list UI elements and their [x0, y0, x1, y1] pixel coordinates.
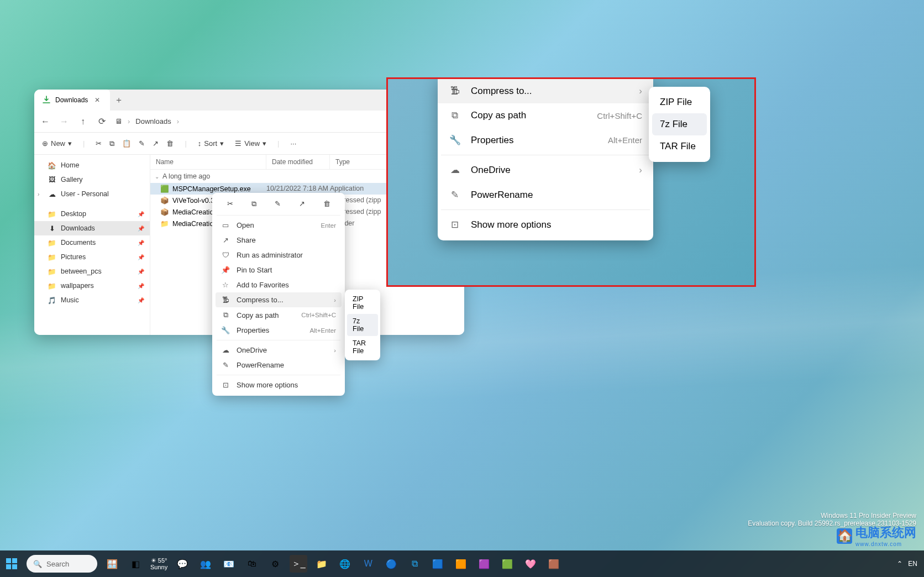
- rename-icon[interactable]: ✎: [275, 200, 281, 208]
- nav-item-music[interactable]: 🎵Music📌: [34, 293, 150, 307]
- folder-icon: 📁: [160, 219, 169, 228]
- chevron-right-icon: ›: [334, 347, 336, 354]
- svg-rect-3: [12, 564, 17, 569]
- cut-icon[interactable]: ✂: [96, 139, 102, 148]
- paste-icon[interactable]: 📋: [122, 139, 131, 148]
- nav-item-documents[interactable]: 📁Documents📌: [34, 235, 150, 250]
- vscode-icon[interactable]: ⧉: [406, 555, 423, 573]
- svg-rect-0: [6, 558, 11, 563]
- pin-icon: 📌: [138, 225, 144, 232]
- nav-item-wallpapers[interactable]: 📁wallpapers📌: [34, 279, 150, 293]
- app-icon-5[interactable]: 🩷: [522, 555, 539, 573]
- chat-icon[interactable]: 💬: [174, 555, 191, 573]
- share-icon[interactable]: ↗: [153, 139, 159, 148]
- compress-option-zip-file[interactable]: ZIP File: [347, 292, 378, 314]
- share-icon[interactable]: ↗: [299, 200, 305, 208]
- ctx-large-copy-as-path[interactable]: ⧉Copy as pathCtrl+Shift+C: [438, 103, 653, 128]
- cut-icon[interactable]: ✂: [227, 200, 233, 208]
- sort-button[interactable]: ↕ Sort ▾: [198, 139, 224, 148]
- weather-widget[interactable]: ☀ 55° Sunny: [150, 557, 167, 570]
- settings-icon[interactable]: ⚙: [266, 555, 284, 573]
- compress-icon: 🗜: [449, 86, 461, 97]
- chrome-icon[interactable]: 🔵: [382, 555, 400, 573]
- file-explorer-icon[interactable]: 📁: [313, 555, 330, 573]
- new-button[interactable]: ⊕ New ▾: [42, 139, 72, 148]
- ctx-share[interactable]: ↗Share: [216, 233, 342, 248]
- refresh-button[interactable]: ⟳: [96, 116, 107, 127]
- view-button[interactable]: ☰ View ▾: [235, 139, 266, 148]
- copy-icon[interactable]: ⧉: [109, 139, 114, 148]
- store-icon[interactable]: 🛍: [243, 555, 261, 573]
- ctx-properties[interactable]: 🔧PropertiesAlt+Enter: [216, 323, 342, 338]
- folder-icon: 📁: [48, 238, 56, 247]
- compress-option-large-zip-file[interactable]: ZIP File: [652, 91, 707, 113]
- breadcrumb[interactable]: 🖥 › Downloads ›: [115, 117, 391, 125]
- ctx-compress-to-[interactable]: 🗜Compress to...›: [216, 292, 342, 307]
- system-tray[interactable]: ⌃ EN: [897, 560, 924, 568]
- svg-rect-2: [6, 564, 11, 569]
- app-icon-2[interactable]: 🟧: [452, 555, 470, 573]
- tray-chevron-icon[interactable]: ⌃: [897, 560, 902, 568]
- task-view-icon[interactable]: ◧: [127, 555, 144, 573]
- ctx-open[interactable]: ▭OpenEnter: [216, 218, 342, 233]
- compress-option-tar-file[interactable]: TAR File: [347, 336, 378, 358]
- context-quick-actions: ✂ ⧉ ✎ ↗ 🗑: [216, 196, 342, 213]
- svg-rect-1: [12, 558, 17, 563]
- compress-option-large-tar-file[interactable]: TAR File: [652, 135, 707, 158]
- ctx-pin-to-start[interactable]: 📌Pin to Start: [216, 263, 342, 277]
- nav-item-home[interactable]: 🏠Home: [34, 158, 150, 172]
- ctx-large-compress-to-[interactable]: 🗜Compress to...›: [438, 79, 653, 103]
- copilot-icon[interactable]: 🪟: [103, 555, 121, 573]
- back-button[interactable]: ←: [40, 117, 51, 127]
- up-button[interactable]: ↑: [77, 117, 88, 127]
- ctx-show-more-options[interactable]: ⊡Show more options: [216, 377, 342, 392]
- col-date[interactable]: Date modified: [266, 155, 330, 169]
- app-icon[interactable]: 🟦: [429, 555, 447, 573]
- nav-item-between_pcs[interactable]: 📁between_pcs📌: [34, 264, 150, 279]
- app-icon-6[interactable]: 🟫: [545, 555, 563, 573]
- compress-option-large-7z-file[interactable]: 7z File: [652, 113, 707, 135]
- app-icon-4[interactable]: 🟩: [498, 555, 516, 573]
- ctx-onedrive[interactable]: ☁OneDrive›: [216, 343, 342, 358]
- download-arrow-icon: [42, 96, 51, 104]
- forward-button[interactable]: →: [59, 117, 70, 127]
- terminal-icon[interactable]: ＞_: [290, 555, 307, 573]
- copy-icon[interactable]: ⧉: [251, 200, 256, 208]
- ctx-copy-as-path[interactable]: ⧉Copy as pathCtrl+Shift+C: [216, 307, 342, 323]
- ctx-powerrename[interactable]: ✎PowerRename: [216, 358, 342, 373]
- nav-item-desktop[interactable]: 📁Desktop📌: [34, 207, 150, 221]
- word-icon[interactable]: W: [359, 555, 377, 573]
- ctx-large-onedrive[interactable]: ☁OneDrive›: [438, 158, 653, 182]
- ctx-large-properties[interactable]: 🔧PropertiesAlt+Enter: [438, 128, 653, 153]
- context-menu: ✂ ⧉ ✎ ↗ 🗑 ▭OpenEnter↗Share🛡Run as admini…: [212, 193, 345, 396]
- folder-icon: 📁: [48, 281, 56, 290]
- ctx-large-powerrename[interactable]: ✎PowerRename: [438, 182, 653, 207]
- wrench-icon: 🔧: [449, 134, 461, 146]
- context-menu-large: 🗜Compress to...›⧉Copy as pathCtrl+Shift+…: [438, 77, 653, 240]
- more-button[interactable]: ···: [290, 139, 296, 148]
- rename-icon: ✎: [221, 361, 230, 369]
- ctx-run-as-administrator[interactable]: 🛡Run as administrator: [216, 248, 342, 263]
- tab-downloads[interactable]: Downloads ✕: [34, 90, 110, 111]
- taskbar-search[interactable]: 🔍 Search: [27, 555, 97, 573]
- ctx-large-show-more-options[interactable]: ⊡Show more options: [438, 212, 653, 237]
- nav-item-gallery[interactable]: 🖼Gallery: [34, 172, 150, 187]
- new-tab-button[interactable]: ＋: [110, 90, 128, 111]
- start-button[interactable]: [3, 555, 20, 573]
- edge-icon[interactable]: 🌐: [336, 555, 354, 573]
- tray-lang[interactable]: EN: [908, 560, 917, 568]
- pin-icon: 📌: [221, 266, 230, 274]
- nav-item-downloads[interactable]: ⬇Downloads📌: [34, 221, 150, 235]
- rename-icon[interactable]: ✎: [139, 139, 145, 148]
- teams-icon[interactable]: 👥: [197, 555, 214, 573]
- nav-item-user---personal[interactable]: ›☁User - Personal: [34, 187, 150, 201]
- ctx-add-to-favorites[interactable]: ☆Add to Favorites: [216, 277, 342, 292]
- nav-item-pictures[interactable]: 📁Pictures📌: [34, 250, 150, 264]
- compress-option-7z-file[interactable]: 7z File: [347, 314, 378, 336]
- col-name[interactable]: Name: [150, 155, 266, 169]
- app-icon-3[interactable]: 🟪: [475, 555, 493, 573]
- delete-icon[interactable]: 🗑: [166, 139, 174, 148]
- close-tab-button[interactable]: ✕: [92, 96, 102, 104]
- delete-icon[interactable]: 🗑: [323, 200, 330, 208]
- mail-icon[interactable]: 📧: [220, 555, 238, 573]
